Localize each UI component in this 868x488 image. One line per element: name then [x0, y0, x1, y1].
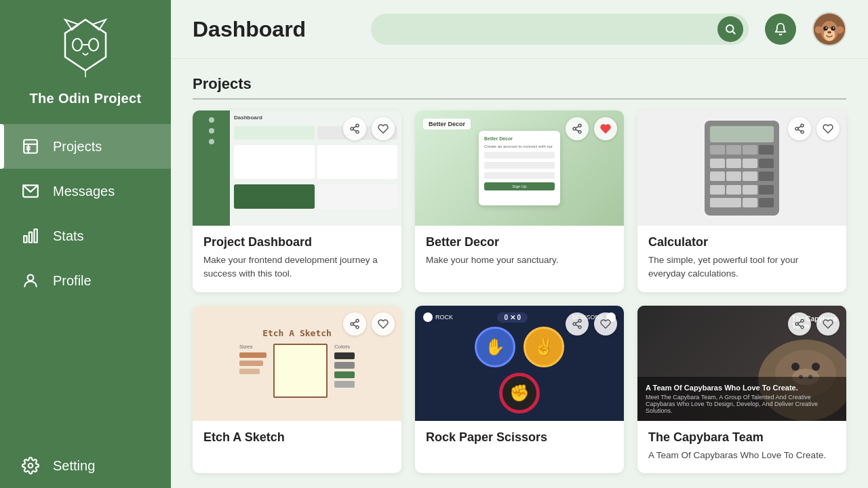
search-button[interactable]: [717, 16, 743, 42]
projects-label: Projects: [53, 139, 102, 155]
svg-line-67: [798, 325, 802, 327]
sidebar-item-projects[interactable]: Projects: [0, 124, 171, 169]
messages-label: Messages: [53, 184, 115, 199]
card-image-dashboard: Dashboard: [193, 110, 401, 226]
svg-point-17: [28, 464, 33, 468]
svg-point-31: [830, 32, 831, 33]
svg-line-35: [353, 129, 357, 131]
stats-icon: [20, 226, 41, 246]
svg-point-52: [578, 319, 581, 322]
svg-line-36: [353, 126, 357, 128]
svg-line-68: [798, 321, 802, 323]
avatar[interactable]: [812, 12, 846, 46]
decor-brand-tag: Better Decor: [423, 119, 471, 129]
search-input[interactable]: [383, 23, 717, 35]
app-name: The Odin Project: [30, 91, 142, 106]
share-button-rps[interactable]: [566, 312, 589, 336]
capybara-text-overlay: A Team Of Capybaras Who Love To Create. …: [637, 377, 846, 421]
like-button-etch[interactable]: [372, 312, 395, 336]
svg-point-34: [356, 131, 359, 134]
heart-icon-etch: [378, 319, 389, 329]
svg-line-45: [798, 129, 802, 131]
like-button-dashboard[interactable]: [372, 117, 395, 140]
project-card-etch[interactable]: Etch A Sketch Sizes Colors: [193, 306, 401, 473]
content-area: Projects Dashboard: [171, 59, 868, 488]
svg-line-50: [353, 325, 357, 327]
etch-controls: Sizes Colors: [239, 344, 355, 398]
project-card-dashboard[interactable]: Dashboard: [193, 110, 401, 292]
heart-icon-decor: [600, 123, 611, 134]
card-desc-capybara: A Team Of Capybaras Who Love To Create.: [648, 449, 835, 462]
svg-point-4: [89, 39, 98, 51]
card-actions-rps: [566, 312, 617, 336]
like-button-capybara[interactable]: [816, 312, 840, 336]
card-body-calculator: Calculator The simple, yet powerful tool…: [637, 226, 846, 292]
project-card-calculator[interactable]: Calculator The simple, yet powerful tool…: [637, 110, 846, 292]
card-image-capybara: The CapybaraTeam A Team Of Capybaras Who…: [637, 306, 846, 421]
share-icon-calculator: [794, 123, 805, 134]
sidebar-item-messages[interactable]: Messages: [0, 169, 171, 214]
share-button-calculator[interactable]: [788, 117, 811, 140]
svg-point-30: [828, 32, 829, 33]
svg-point-25: [823, 26, 827, 30]
rps-bottom-circle: ✊: [499, 373, 540, 413]
card-title-rps: Rock Paper Scissors: [426, 430, 613, 445]
svg-point-3: [73, 39, 82, 51]
card-body-decor: Better Decor Make your home your sanctua…: [415, 226, 624, 292]
main-area: Dashboard: [171, 0, 868, 488]
card-actions-dashboard: [343, 117, 395, 140]
svg-line-46: [798, 126, 802, 128]
setting-label: Setting: [53, 458, 95, 474]
svg-point-39: [578, 131, 581, 134]
sidebar-item-setting[interactable]: Setting: [0, 443, 171, 488]
card-image-etch: Etch A Sketch Sizes Colors: [193, 306, 401, 421]
svg-point-33: [351, 127, 353, 130]
card-image-rps: ROCK 0 ✕ 0 SCISSORS ✋ ✌️ ✊: [415, 306, 624, 421]
svg-rect-14: [29, 232, 32, 243]
project-card-decor[interactable]: Better Decor Better Decor Create an acco…: [415, 110, 624, 292]
like-button-decor[interactable]: [594, 117, 617, 140]
card-body-rps: Rock Paper Scissors: [415, 421, 624, 473]
svg-point-16: [28, 274, 34, 281]
card-image-calculator: [637, 110, 846, 226]
svg-line-41: [576, 126, 579, 128]
project-card-capybara[interactable]: The CapybaraTeam A Team Of Capybaras Who…: [637, 306, 846, 473]
like-button-calculator[interactable]: [816, 117, 840, 140]
sidebar-item-profile[interactable]: Profile: [0, 258, 171, 303]
card-actions-capybara: [788, 312, 840, 336]
svg-point-54: [578, 325, 581, 328]
etch-title-mini: Etch A Sketch: [262, 328, 332, 338]
heart-icon: [378, 123, 389, 134]
svg-point-44: [801, 131, 804, 134]
share-button-decor[interactable]: [566, 117, 589, 140]
mockup-sidebar: [193, 110, 230, 226]
card-desc-decor: Make your home your sanctuary.: [426, 253, 613, 267]
profile-label: Profile: [53, 273, 92, 289]
profile-icon: [20, 270, 41, 291]
card-actions-decor: [566, 117, 617, 140]
sidebar-setting-area: Setting: [0, 443, 171, 488]
share-button-capybara[interactable]: [788, 312, 811, 336]
svg-point-64: [801, 319, 804, 322]
stats-label: Stats: [53, 228, 84, 244]
share-button-dashboard[interactable]: [343, 117, 366, 140]
like-button-rps[interactable]: [594, 312, 617, 336]
svg-line-40: [576, 129, 579, 131]
projects-icon: [20, 136, 41, 157]
page-title: Dashboard: [193, 17, 306, 42]
section-title: Projects: [193, 75, 846, 100]
sidebar-item-stats[interactable]: Stats: [0, 214, 171, 258]
sidebar-logo-area: The Odin Project: [0, 0, 171, 117]
messages-icon: [20, 181, 41, 201]
share-icon: [349, 123, 360, 134]
svg-line-51: [353, 321, 357, 323]
notification-button[interactable]: [765, 14, 796, 45]
card-title-calculator: Calculator: [648, 235, 835, 249]
svg-point-42: [801, 124, 804, 127]
project-card-rps[interactable]: ROCK 0 ✕ 0 SCISSORS ✋ ✌️ ✊: [415, 306, 624, 473]
avatar-image: [814, 14, 845, 45]
share-button-etch[interactable]: [343, 312, 366, 336]
bell-icon: [774, 22, 787, 36]
svg-point-60: [812, 363, 820, 371]
card-title-dashboard: Project Dashboard: [203, 235, 391, 249]
